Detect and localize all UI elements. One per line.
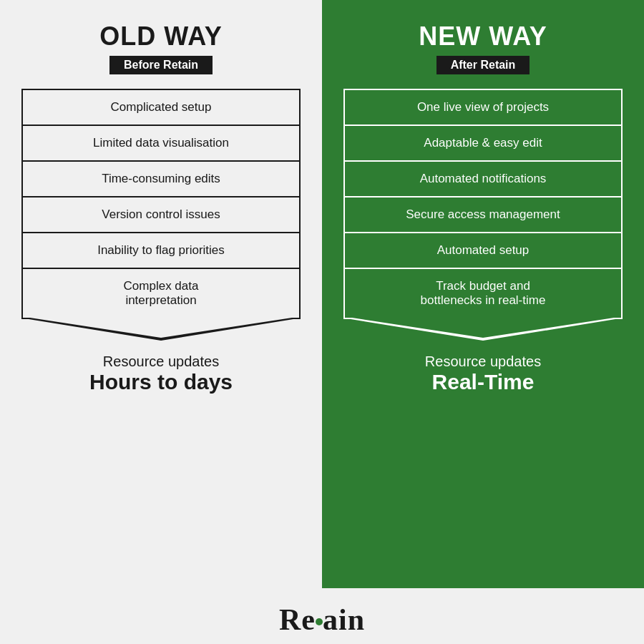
right-item-6: Track budget and bottlenecks in real-tim… xyxy=(345,269,621,319)
left-item-2: Limited data visualisation xyxy=(23,126,299,162)
brand-footer: Reain xyxy=(0,588,644,644)
left-bottom-text: Resource updates Hours to days xyxy=(89,353,233,394)
right-arrow xyxy=(343,319,623,341)
main-container: OLD WAY Before Retain Complicated setup … xyxy=(0,0,644,644)
left-item-1: Complicated setup xyxy=(23,90,299,126)
right-item-4: Secure access management xyxy=(345,197,621,233)
left-arrow xyxy=(21,319,301,341)
left-resource-label: Resource updates xyxy=(103,353,219,370)
right-time-label: Real-Time xyxy=(432,370,535,394)
left-item-3: Time-consuming edits xyxy=(23,162,299,197)
right-resource-label: Resource updates xyxy=(425,353,541,370)
right-arrow-shape xyxy=(351,319,615,341)
left-title: OLD WAY xyxy=(99,21,223,52)
right-subtitle: After Retain xyxy=(436,56,530,74)
right-column: NEW WAY After Retain One live view of pr… xyxy=(322,0,644,588)
right-item-5: Automated setup xyxy=(345,233,621,269)
left-subtitle: Before Retain xyxy=(109,56,213,74)
left-time-label: Hours to days xyxy=(89,370,233,394)
left-items-list: Complicated setup Limited data visualisa… xyxy=(21,89,301,319)
right-item-1: One live view of projects xyxy=(345,90,621,126)
left-item-4: Version control issues xyxy=(23,197,299,233)
right-item-2: Adaptable & easy edit xyxy=(345,126,621,162)
left-item-5: Inability to flag priorities xyxy=(23,233,299,269)
brand-dot xyxy=(316,618,323,625)
right-items-list: One live view of projects Adaptable & ea… xyxy=(343,89,623,319)
right-title: NEW WAY xyxy=(419,21,547,52)
right-bottom-text: Resource updates Real-Time xyxy=(425,353,541,394)
left-arrow-shape xyxy=(29,319,293,341)
left-column: OLD WAY Before Retain Complicated setup … xyxy=(0,0,322,588)
brand-name: Reain xyxy=(279,602,365,637)
right-item-3: Automated notifications xyxy=(345,162,621,197)
left-item-6: Complex data interpretation xyxy=(23,269,299,319)
columns-wrapper: OLD WAY Before Retain Complicated setup … xyxy=(0,0,644,588)
